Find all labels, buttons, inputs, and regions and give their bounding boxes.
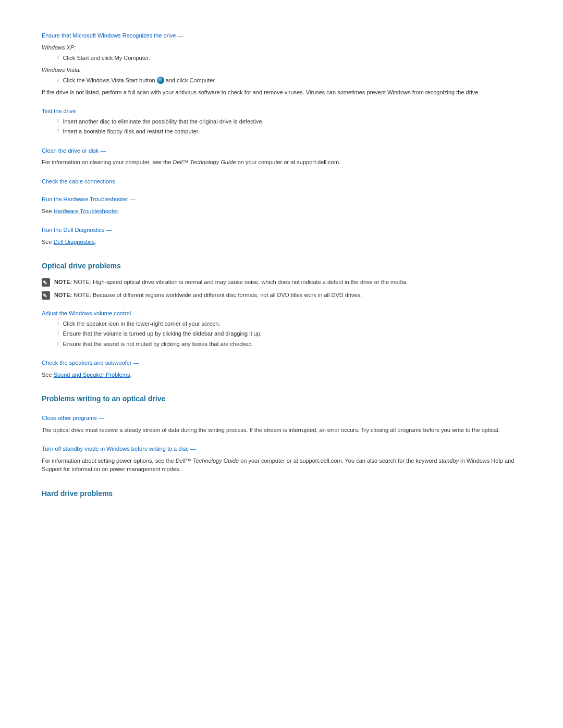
adjust-volume-section: Adjust the Windows volume control — Clic… <box>42 309 521 348</box>
check-cable-heading[interactable]: Check the cable connections <box>42 178 115 184</box>
test-drive-section: Test the drive Insert another disc to el… <box>42 107 521 136</box>
close-programs-body: The optical drive must receive a steady … <box>42 426 521 435</box>
optical-drive-section: Optical drive problems ✎ NOTE: NOTE: Hig… <box>42 261 521 300</box>
hw-body-pre: See <box>42 208 54 214</box>
cs-body-pre: See <box>42 372 54 378</box>
test-drive-bullet-2: Insert a bootable floppy disk and restar… <box>57 127 521 136</box>
dd-body-pre: See <box>42 239 54 245</box>
adjust-volume-bullet-3: Ensure that the sound is not muted by cl… <box>57 340 521 349</box>
adjust-volume-bullet-2: Ensure that the volume is turned up by c… <box>57 329 521 338</box>
optical-note-2-text: NOTE: NOTE: Because of different regions… <box>54 291 362 300</box>
clean-body-italic: Dell™ Technology Guide <box>173 159 236 165</box>
clean-drive-section: Clean the drive or disk — For informatio… <box>42 146 521 167</box>
optical-note-2: ✎ NOTE: NOTE: Because of different regio… <box>42 291 521 300</box>
standby-body-italic: Dell™ Technology Guide <box>176 458 239 464</box>
clean-drive-body: For information on cleaning your compute… <box>42 158 521 167</box>
check-speakers-section: Check the speakers and subwoofer — See S… <box>42 359 521 379</box>
check-speakers-body: See Sound and Speaker Problems. <box>42 371 521 379</box>
hardware-troubleshooter-link[interactable]: Hardware Troubleshooter <box>54 208 118 214</box>
dd-body-post: . <box>95 239 96 245</box>
svg-text:✎: ✎ <box>43 293 47 299</box>
test-drive-heading[interactable]: Test the drive <box>42 108 76 114</box>
windows-xp-label: Windows XP: <box>42 43 521 52</box>
hardware-troubleshooter-body: See Hardware Troubleshooter. <box>42 207 521 216</box>
test-drive-bullet-1: Insert another disc to eliminate the pos… <box>57 117 521 126</box>
optical-drive-heading: Optical drive problems <box>42 261 521 272</box>
dell-diagnostics-heading[interactable]: Run the Dell Diagnostics — <box>42 227 112 233</box>
turn-off-standby-body: For information about setting power opti… <box>42 456 521 474</box>
vista-step-post: and click Computer. <box>166 76 216 85</box>
hardware-troubleshooter-heading[interactable]: Run the Hardware Troubleshooter — <box>42 196 136 202</box>
ensure-windows-heading[interactable]: Ensure that Microsoft Windows Recognizes… <box>42 32 183 39</box>
clean-drive-heading[interactable]: Clean the drive or disk — <box>42 147 106 154</box>
close-programs-section: Close other programs — The optical drive… <box>42 414 521 434</box>
hard-drive-section: Hard drive problems <box>42 488 521 499</box>
clean-body-pre: For information on cleaning your compute… <box>42 159 173 165</box>
windows-xp-step: Click Start and click My Computer. <box>57 54 521 63</box>
problems-writing-heading: Problems writing to an optical drive <box>42 393 521 404</box>
optical-note-1-text: NOTE: NOTE: High-speed optical drive vib… <box>54 278 408 287</box>
hardware-troubleshooter-section: Run the Hardware Troubleshooter — See Ha… <box>42 195 521 215</box>
note-icon-1: ✎ <box>42 278 50 287</box>
optical-note-1: ✎ NOTE: NOTE: High-speed optical drive v… <box>42 278 521 287</box>
standby-body-italic2: standby <box>438 458 459 464</box>
cs-body-post: . <box>130 372 131 378</box>
adjust-volume-bullet-1: Click the speaker icon in the lower-righ… <box>57 319 521 328</box>
ensure-windows-body: If the drive is not listed, perform a fu… <box>42 88 521 97</box>
vista-orb-icon <box>157 77 164 84</box>
standby-body-mid: on your computer or at support.dell.com.… <box>239 458 438 464</box>
hw-body-post: . <box>118 208 119 214</box>
dell-diagnostics-link[interactable]: Dell Diagnostics <box>54 239 95 245</box>
problems-writing-section: Problems writing to an optical drive <box>42 393 521 404</box>
standby-body-pre: For information about setting power opti… <box>42 458 176 464</box>
note-icon-2: ✎ <box>42 291 50 300</box>
clean-body-post: on your computer or at support.dell.com. <box>236 159 341 165</box>
turn-off-standby-heading[interactable]: Turn off standby mode in Windows before … <box>42 446 196 452</box>
windows-vista-label: Windows Vista: <box>42 66 521 75</box>
close-programs-heading[interactable]: Close other programs — <box>42 415 104 421</box>
dell-diagnostics-body: See Dell Diagnostics. <box>42 238 521 246</box>
check-speakers-heading[interactable]: Check the speakers and subwoofer — <box>42 360 139 366</box>
sound-speaker-problems-link[interactable]: Sound and Speaker Problems <box>54 372 130 378</box>
vista-step-pre: Click the Windows Vista Start button <box>63 76 155 85</box>
hard-drive-heading: Hard drive problems <box>42 488 521 499</box>
ensure-windows-section: Ensure that Microsoft Windows Recognizes… <box>42 31 521 96</box>
dell-diagnostics-section: Run the Dell Diagnostics — See Dell Diag… <box>42 226 521 246</box>
svg-text:✎: ✎ <box>43 280 47 286</box>
check-cable-section: Check the cable connections <box>42 177 521 186</box>
turn-off-standby-section: Turn off standby mode in Windows before … <box>42 445 521 474</box>
windows-vista-step: Click the Windows Vista Start button and… <box>57 76 521 85</box>
adjust-volume-heading[interactable]: Adjust the Windows volume control — <box>42 310 138 316</box>
